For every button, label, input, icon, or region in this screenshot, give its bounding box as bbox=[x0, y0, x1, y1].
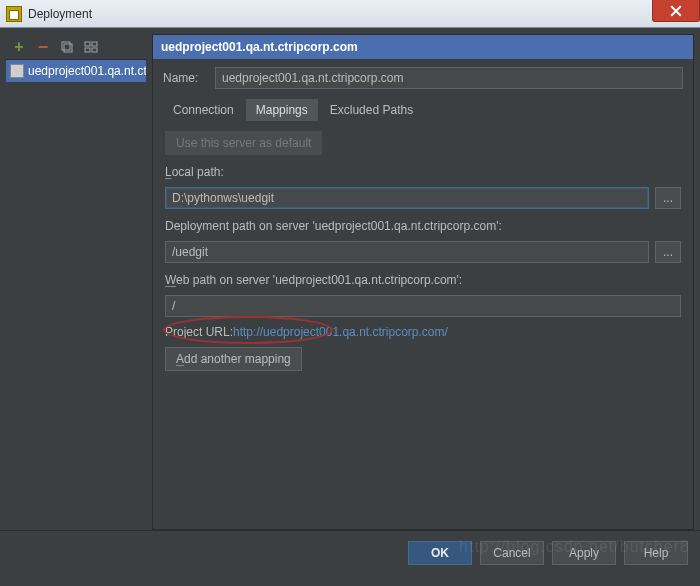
deployment-path-row: ... bbox=[165, 241, 681, 263]
sidebar: + − uedproject001.qa.nt.ctripcorp.com bbox=[6, 34, 146, 530]
tab-mappings[interactable]: Mappings bbox=[246, 99, 318, 121]
svg-rect-1 bbox=[64, 44, 72, 52]
deployment-path-browse-button[interactable]: ... bbox=[655, 241, 681, 263]
dialog-footer: OK Cancel Apply Help bbox=[0, 530, 700, 574]
server-list: uedproject001.qa.nt.ctripcorp.com bbox=[6, 60, 146, 530]
window-title: Deployment bbox=[28, 7, 92, 21]
deployment-path-input[interactable] bbox=[165, 241, 649, 263]
workarea: + − uedproject001.qa.nt.ctripcorp.com ue… bbox=[0, 28, 700, 530]
svg-rect-2 bbox=[85, 42, 90, 46]
local-path-label: LLocal path:ocal path: bbox=[165, 165, 681, 179]
project-url-label: Project URL: bbox=[165, 325, 233, 339]
use-as-default-button[interactable]: Use this server as default bbox=[165, 131, 322, 155]
name-label: Name: bbox=[163, 71, 207, 85]
tab-excluded-paths[interactable]: Excluded Paths bbox=[320, 99, 423, 121]
server-item-label: uedproject001.qa.nt.ctripcorp.com bbox=[28, 64, 146, 78]
svg-rect-0 bbox=[62, 42, 70, 50]
project-url-link[interactable]: http://uedproject001.qa.nt.ctripcorp.com… bbox=[233, 325, 448, 339]
local-path-row: ... bbox=[165, 187, 681, 209]
project-url-row: Project URL:http://uedproject001.qa.nt.c… bbox=[165, 325, 681, 339]
sidebar-toolbar: + − bbox=[6, 34, 146, 60]
close-button[interactable] bbox=[652, 0, 700, 22]
svg-rect-4 bbox=[85, 48, 90, 52]
svg-rect-5 bbox=[92, 48, 97, 52]
copy-server-button[interactable] bbox=[58, 38, 76, 56]
server-item[interactable]: uedproject001.qa.nt.ctripcorp.com bbox=[6, 60, 146, 82]
web-path-label: Web path on server 'uedproject001.qa.nt.… bbox=[165, 273, 681, 287]
web-path-input[interactable] bbox=[165, 295, 681, 317]
help-button[interactable]: Help bbox=[624, 541, 688, 565]
copy-icon bbox=[60, 40, 74, 54]
name-input[interactable] bbox=[215, 67, 683, 89]
app-icon bbox=[6, 6, 22, 22]
close-icon bbox=[670, 5, 682, 17]
group-servers-button[interactable] bbox=[82, 38, 100, 56]
deployment-path-label: Deployment path on server 'uedproject001… bbox=[165, 219, 681, 233]
add-server-button[interactable]: + bbox=[10, 38, 28, 56]
group-icon bbox=[84, 40, 98, 54]
local-path-browse-button[interactable]: ... bbox=[655, 187, 681, 209]
content-header: uedproject001.qa.nt.ctripcorp.com bbox=[153, 35, 693, 59]
ok-button[interactable]: OK bbox=[408, 541, 472, 565]
remove-server-button[interactable]: − bbox=[34, 38, 52, 56]
add-mapping-button[interactable]: Add another mappingAdd another mapping bbox=[165, 347, 302, 371]
server-icon bbox=[10, 64, 24, 78]
content-panel: uedproject001.qa.nt.ctripcorp.com Name: … bbox=[152, 34, 694, 530]
name-row: Name: bbox=[153, 59, 693, 93]
tabs: Connection Mappings Excluded Paths bbox=[153, 93, 693, 121]
tab-connection[interactable]: Connection bbox=[163, 99, 244, 121]
local-path-input[interactable] bbox=[165, 187, 649, 209]
svg-rect-3 bbox=[92, 42, 97, 46]
web-path-row bbox=[165, 295, 681, 317]
cancel-button[interactable]: Cancel bbox=[480, 541, 544, 565]
tab-body-mappings: Use this server as default LLocal path:o… bbox=[153, 121, 693, 529]
apply-button[interactable]: Apply bbox=[552, 541, 616, 565]
titlebar: Deployment bbox=[0, 0, 700, 28]
